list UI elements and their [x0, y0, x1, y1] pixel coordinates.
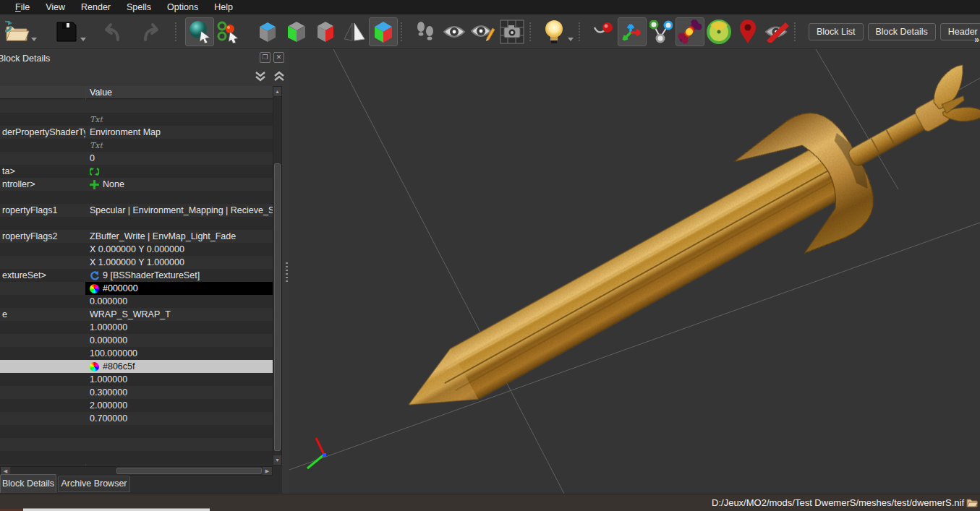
menu-item-render[interactable]: Render	[73, 1, 119, 14]
row-value[interactable]: 1.000000	[85, 321, 273, 334]
table-row[interactable]: X 1.000000 Y 1.000000	[0, 256, 273, 269]
vertical-scrollbar[interactable]: ▲ ▼	[273, 86, 282, 465]
dock-splitter[interactable]	[284, 49, 289, 494]
row-value[interactable]: X 0.000000 Y 0.000000	[85, 243, 273, 256]
pick-vertex-color-button[interactable]	[214, 17, 243, 46]
screenshot-button[interactable]	[498, 17, 527, 46]
perspective-button[interactable]	[369, 17, 398, 46]
show-axes-button[interactable]	[618, 17, 647, 46]
scroll-up-arrow[interactable]: ▲	[273, 87, 281, 96]
viewport-3d[interactable]	[289, 49, 980, 494]
scroll-down-arrow[interactable]: ▼	[273, 455, 281, 465]
table-row[interactable]: 0.000000	[0, 295, 273, 308]
menu-item-spells[interactable]: Spells	[119, 1, 159, 14]
menu-item-view[interactable]: View	[38, 1, 73, 14]
tab-archive-browser[interactable]: Archive Browser	[58, 476, 130, 492]
row-value[interactable]: 0.300000	[85, 386, 273, 399]
lighting-button[interactable]	[540, 17, 568, 46]
view-front-button[interactable]	[282, 17, 311, 46]
table-row[interactable]	[0, 100, 273, 113]
row-value[interactable]: ZBuffer_Write | EnvMap_Light_Fade	[85, 230, 273, 243]
table-row[interactable]: 0.700000	[0, 412, 273, 425]
row-value[interactable]: 2.000000	[85, 399, 273, 412]
hide-button[interactable]	[762, 17, 791, 46]
table-row[interactable]: ta>	[0, 165, 273, 178]
view-side-button[interactable]	[311, 17, 340, 46]
flip-view-button[interactable]	[340, 17, 369, 46]
lighting-dropdown-caret[interactable]	[568, 38, 574, 41]
row-value[interactable]: Environment Map	[85, 126, 273, 139]
table-row[interactable]: 1.000000	[0, 373, 273, 386]
table-row[interactable]: 100.000000	[0, 347, 273, 360]
save-dropdown-caret[interactable]	[80, 38, 86, 41]
table-row[interactable]: ntroller>None	[0, 178, 273, 191]
show-hidden-button[interactable]	[440, 17, 469, 46]
row-value[interactable]: WRAP_S_WRAP_T	[85, 308, 273, 321]
row-value[interactable]: 1.000000	[85, 373, 273, 386]
open-button[interactable]	[3, 17, 32, 46]
row-value[interactable]: 0.700000	[85, 412, 273, 425]
row-value[interactable]: Specular | Environment_Mapping | Recieve…	[85, 204, 282, 217]
undo-button[interactable]	[97, 17, 126, 46]
table-row-empty[interactable]	[0, 425, 273, 438]
table-header[interactable]: Value	[0, 86, 273, 99]
row-value[interactable]	[85, 100, 273, 113]
row-value[interactable]: #806c5f	[85, 360, 273, 373]
table-row[interactable]: derPropertyShaderTy...Environment Map	[0, 126, 273, 139]
table-row[interactable]: #000000	[0, 282, 273, 295]
table-row[interactable]: ropertyFlags2ZBuffer_Write | EnvMap_Ligh…	[0, 230, 273, 243]
table-row[interactable]: Txt	[0, 139, 273, 152]
table-row[interactable]: #806c5f	[0, 360, 273, 373]
row-value[interactable]: Txt	[85, 113, 273, 126]
row-value[interactable]: 0.000000	[85, 295, 273, 308]
view-top-button[interactable]	[253, 17, 282, 46]
table-row[interactable]: eWRAP_S_WRAP_T	[0, 308, 273, 321]
menu-item-options[interactable]: Options	[159, 1, 206, 14]
row-value[interactable]	[85, 191, 273, 204]
row-value[interactable]: 100.000000	[85, 347, 273, 360]
menu-item-file[interactable]: File	[7, 1, 38, 14]
row-value[interactable]: 9 [BSShaderTextureSet]	[85, 269, 273, 282]
toolbar-overflow-chevron[interactable]: »	[974, 35, 978, 45]
table-row[interactable]: extureSet>9 [BSShaderTextureSet]	[0, 269, 273, 282]
table-row[interactable]: ropertyFlags1Specular | Environment_Mapp…	[0, 204, 273, 217]
row-value[interactable]: #000000	[85, 282, 273, 295]
table-row-empty[interactable]	[0, 438, 273, 451]
select-vertex-button[interactable]	[589, 17, 618, 46]
tab-block-details[interactable]: Block Details	[0, 474, 56, 493]
walk-mode-button[interactable]	[411, 17, 440, 46]
hscroll-thumb[interactable]	[116, 468, 262, 474]
table-row[interactable]: 0	[0, 152, 273, 165]
row-value[interactable]: 0.000000	[85, 334, 273, 347]
sample-radius-button[interactable]	[704, 17, 733, 46]
table-row[interactable]: 2.000000	[0, 399, 273, 412]
row-value[interactable]: X 1.000000 Y 1.000000	[85, 256, 273, 269]
row-value[interactable]	[85, 217, 273, 230]
table-row[interactable]: 0.300000	[0, 386, 273, 399]
vscroll-thumb[interactable]	[274, 163, 281, 451]
edit-visibility-button[interactable]	[469, 17, 498, 46]
row-value[interactable]: Txt	[85, 139, 273, 152]
menu-item-help[interactable]: Help	[206, 1, 241, 14]
row-value[interactable]	[85, 165, 273, 178]
table-row[interactable]: 1.000000	[0, 321, 273, 334]
table-row[interactable]: X 0.000000 Y 0.000000	[0, 243, 273, 256]
splitter-grip[interactable]	[286, 262, 288, 284]
save-button[interactable]	[52, 17, 81, 46]
block-details-button[interactable]: Block Details	[868, 23, 936, 40]
row-value[interactable]: None	[85, 178, 273, 191]
show-nodes-button[interactable]	[647, 17, 676, 46]
bone-weight-button[interactable]	[676, 17, 704, 46]
row-value[interactable]: 0	[85, 152, 273, 165]
table-row[interactable]: Txt	[0, 113, 273, 126]
panel-float-button[interactable]: ❐	[260, 52, 270, 63]
table-row-empty[interactable]	[0, 451, 273, 464]
collapse-all-button[interactable]	[253, 71, 268, 82]
block-list-button[interactable]: Block List	[809, 23, 864, 40]
pick-sphere-button[interactable]	[185, 17, 214, 46]
table-row[interactable]: 0.000000	[0, 334, 273, 347]
panel-close-button[interactable]: ✕	[273, 52, 284, 63]
open-dropdown-caret[interactable]	[31, 38, 37, 41]
table-row[interactable]	[0, 217, 273, 230]
redo-button[interactable]	[137, 17, 166, 46]
